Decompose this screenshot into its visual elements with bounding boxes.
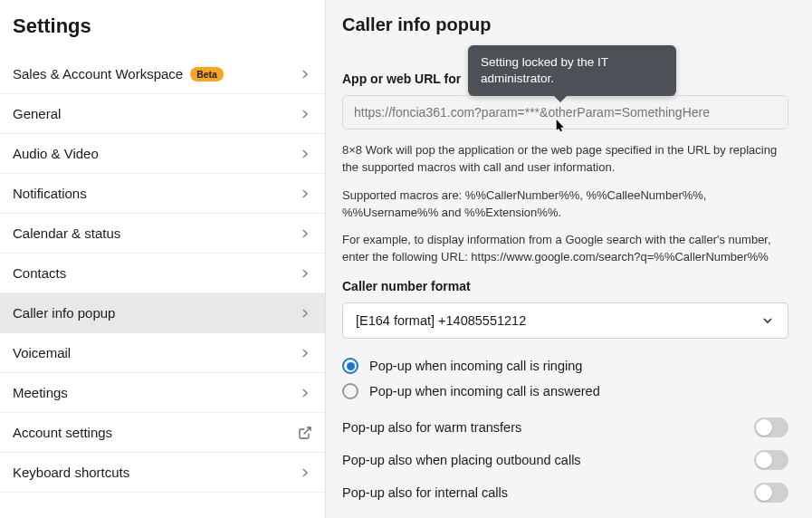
remove-popup-text: To remove call pop-up, delete the URI. L… [342,509,788,518]
page-title: Caller info popup [342,14,788,35]
helper-text-2: Supported macros are: %%CallerNumber%%, … [342,187,788,222]
helper-text-3: For example, to display information from… [342,232,788,266]
radio-label: Pop-up when incoming call is ringing [369,359,582,373]
radio-empty-icon [342,383,358,399]
sidebar-item-label: Audio & Video [13,146,99,161]
chevron-right-icon [298,187,312,201]
sidebar-item-label: Calendar & status [13,225,120,241]
sidebar-item-contacts[interactable]: Contacts [0,254,325,293]
sidebar-item-sales-account[interactable]: Sales & Account Workspace Beta [0,54,325,94]
toggle-label: Pop-up also for warm transfers [342,420,521,435]
chevron-right-icon [298,67,312,82]
sidebar-item-label: General [13,106,61,121]
format-section-label: Caller number format [342,279,788,293]
toggle-label: Pop-up also when placing outbound calls [342,453,581,467]
sidebar-item-label: Notifications [13,186,87,201]
radio-popup-ringing[interactable]: Pop-up when incoming call is ringing [342,353,788,379]
chevron-right-icon [298,226,312,241]
chevron-down-icon [760,313,775,328]
sidebar-item-label: Account settings [13,425,112,440]
chevron-right-icon [298,465,312,480]
sidebar-item-label: Keyboard shortcuts [13,465,129,480]
settings-sidebar: Settings Sales & Account Workspace Beta … [0,0,326,518]
sidebar-item-keyboard-shortcuts[interactable]: Keyboard shortcuts [0,453,325,493]
sidebar-item-account-settings[interactable]: Account settings [0,413,325,453]
sidebar-item-general[interactable]: General [0,94,325,134]
toggle-outbound-calls[interactable] [754,450,788,470]
sidebar-item-label: Contacts [13,265,66,281]
sidebar-item-label: Meetings [13,385,68,400]
sidebar-item-notifications[interactable]: Notifications [0,174,325,214]
sidebar-item-label: Caller info popup [13,305,115,321]
settings-title: Settings [0,0,325,54]
sidebar-item-label: Voicemail [13,345,71,360]
helper-text-1: 8×8 Work will pop the application or the… [342,142,788,177]
select-value: [E164 format] +14085551212 [356,313,526,328]
radio-popup-answered[interactable]: Pop-up when incoming call is answered [342,379,788,404]
svg-line-0 [304,427,310,434]
chevron-right-icon [298,386,312,400]
sidebar-item-calendar-status[interactable]: Calendar & status [0,214,325,254]
caller-format-select[interactable]: [E164 format] +14085551212 [342,302,788,339]
chevron-right-icon [298,306,312,321]
radio-label: Pop-up when incoming call is answered [369,384,600,398]
toggle-label: Pop-up also for internal calls [342,485,508,500]
radio-selected-icon [342,358,358,374]
toggle-warm-transfers[interactable] [754,417,788,437]
sidebar-item-audio-video[interactable]: Audio & Video [0,134,325,174]
sidebar-item-voicemail[interactable]: Voicemail [0,333,325,373]
chevron-right-icon [298,147,312,161]
beta-badge: Beta [190,67,224,82]
external-link-icon [298,426,312,440]
chevron-right-icon [298,266,312,281]
locked-tooltip: Setting locked by the IT administrator. [468,45,676,96]
sidebar-item-caller-info-popup[interactable]: Caller info popup [0,293,325,333]
sidebar-item-meetings[interactable]: Meetings [0,373,325,413]
sidebar-item-label: Sales & Account Workspace [13,66,183,82]
chevron-right-icon [298,107,312,121]
toggle-internal-calls[interactable] [754,483,788,503]
chevron-right-icon [298,346,312,360]
